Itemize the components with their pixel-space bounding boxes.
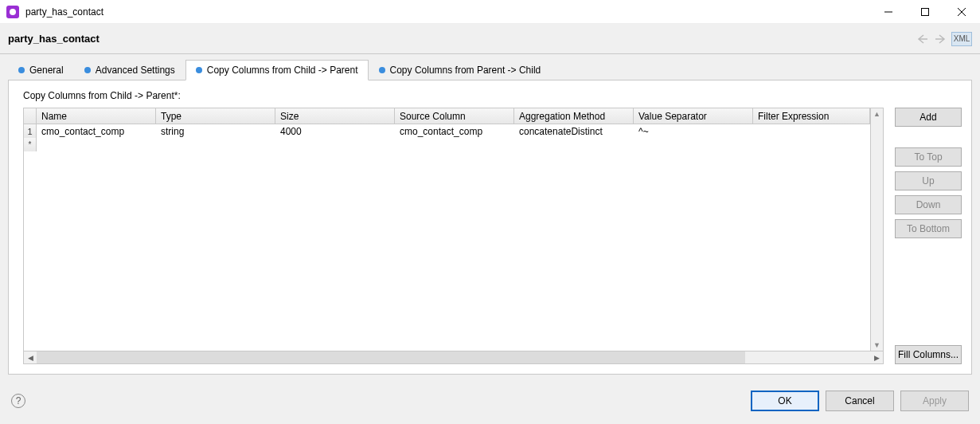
scroll-right-icon[interactable]: ▶ xyxy=(870,351,883,363)
maximize-button[interactable] xyxy=(907,0,943,24)
window: party_has_contact party_has_contact XML … xyxy=(0,0,980,424)
cell-size[interactable]: 4000 xyxy=(275,124,395,138)
xml-button[interactable]: XML xyxy=(951,32,972,46)
col-header-size[interactable]: Size xyxy=(275,108,395,124)
tab-copy-child-to-parent[interactable]: Copy Columns from Child -> Parent xyxy=(185,60,369,80)
tab-label: General xyxy=(29,65,64,76)
tab-general[interactable]: General xyxy=(8,60,74,80)
row-number: 1 xyxy=(24,124,37,138)
up-button[interactable]: Up xyxy=(895,171,962,190)
cell-aggregation-method[interactable]: concatenateDistinct xyxy=(514,124,634,138)
new-row[interactable]: * xyxy=(24,138,870,151)
ok-button[interactable]: OK xyxy=(751,391,819,411)
tab-label: Advanced Settings xyxy=(96,65,175,76)
grid-header: Name Type Size Source Column Aggregation… xyxy=(24,108,870,124)
close-button[interactable] xyxy=(943,0,980,24)
tab-label: Copy Columns from Child -> Parent xyxy=(207,65,358,76)
add-button[interactable]: Add xyxy=(895,108,962,127)
app-icon xyxy=(6,6,19,18)
help-icon[interactable]: ? xyxy=(11,394,25,408)
scroll-track[interactable] xyxy=(37,351,870,363)
minimize-button[interactable] xyxy=(870,0,907,24)
window-title: party_has_contact xyxy=(25,6,103,18)
to-top-button[interactable]: To Top xyxy=(895,147,962,167)
footer: ? OK Cancel Apply xyxy=(0,383,980,424)
tab-copy-parent-to-child[interactable]: Copy Columns from Parent -> Child xyxy=(369,60,552,80)
bullet-icon xyxy=(18,67,25,73)
col-header-aggregation-method[interactable]: Aggregation Method xyxy=(514,108,634,124)
cell-filter-expression[interactable] xyxy=(753,124,870,138)
scroll-down-icon[interactable]: ▼ xyxy=(871,340,883,351)
col-header-filter-expression[interactable]: Filter Expression xyxy=(753,108,870,124)
page-title: party_has_contact xyxy=(8,33,100,45)
down-button[interactable]: Down xyxy=(895,195,962,214)
row-header-corner xyxy=(24,108,37,124)
scroll-thumb[interactable] xyxy=(37,351,745,363)
col-header-name[interactable]: Name xyxy=(37,108,156,124)
col-header-source-column[interactable]: Source Column xyxy=(395,108,514,124)
scroll-up-icon[interactable]: ▲ xyxy=(871,108,883,120)
apply-button[interactable]: Apply xyxy=(900,391,969,411)
grid-wrap: Name Type Size Source Column Aggregation… xyxy=(23,108,884,364)
grid-body: 1 cmo_contact_comp string 4000 cmo_conta… xyxy=(24,124,870,351)
tab-content: Copy Columns from Child -> Parent*: Name… xyxy=(8,80,972,375)
nav-forward-icon[interactable] xyxy=(932,31,948,47)
grid-area: Name Type Size Source Column Aggregation… xyxy=(23,108,962,364)
tab-strip: General Advanced Settings Copy Columns f… xyxy=(0,54,980,80)
table-row[interactable]: 1 cmo_contact_comp string 4000 cmo_conta… xyxy=(24,124,870,138)
new-row-marker: * xyxy=(24,138,37,151)
titlebar: party_has_contact xyxy=(0,0,980,24)
svg-rect-1 xyxy=(922,8,929,15)
to-bottom-button[interactable]: To Bottom xyxy=(895,219,962,238)
horizontal-scrollbar[interactable]: ◀ ▶ xyxy=(23,351,884,364)
header-bar: party_has_contact XML xyxy=(0,24,980,54)
cell-name[interactable]: cmo_contact_comp xyxy=(37,124,156,138)
fill-columns-button[interactable]: Fill Columns... xyxy=(895,345,962,364)
tab-advanced-settings[interactable]: Advanced Settings xyxy=(74,60,185,80)
cell-source-column[interactable]: cmo_contact_comp xyxy=(395,124,514,138)
col-header-value-separator[interactable]: Value Separator xyxy=(634,108,753,124)
tab-label: Copy Columns from Parent -> Child xyxy=(390,65,541,76)
bullet-icon xyxy=(379,67,385,73)
side-buttons: Add To Top Up Down To Bottom Fill Column… xyxy=(895,108,962,364)
vertical-scrollbar[interactable]: ▲ ▼ xyxy=(870,108,883,351)
cell-type[interactable]: string xyxy=(156,124,275,138)
scroll-left-icon[interactable]: ◀ xyxy=(24,351,37,363)
section-label: Copy Columns from Child -> Parent*: xyxy=(23,90,962,101)
cell-value-separator[interactable]: ^~ xyxy=(634,124,753,138)
col-header-type[interactable]: Type xyxy=(156,108,275,124)
columns-grid[interactable]: Name Type Size Source Column Aggregation… xyxy=(23,108,884,351)
bullet-icon xyxy=(196,67,202,73)
bullet-icon xyxy=(84,67,91,73)
cancel-button[interactable]: Cancel xyxy=(826,391,894,411)
nav-back-icon[interactable] xyxy=(915,31,931,47)
